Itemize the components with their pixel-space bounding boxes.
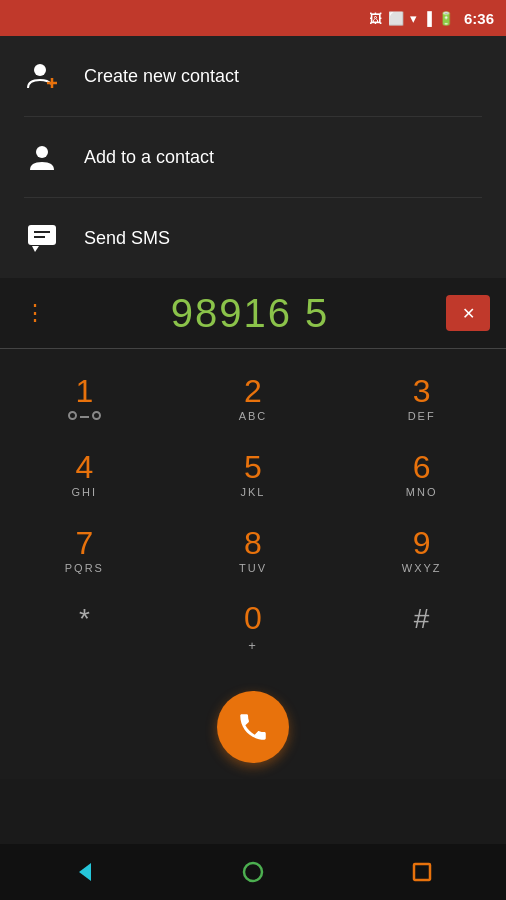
call-row (0, 677, 506, 779)
svg-rect-10 (414, 864, 430, 880)
dialer-row: ⋮ 98916 5 (0, 278, 506, 348)
key-3[interactable]: 3 DEF (362, 363, 482, 435)
dialpad-row-2: 4 GHI 5 JKL 6 MNO (0, 439, 506, 511)
key-6-num: 6 (413, 450, 431, 485)
key-hash-num: # (414, 604, 430, 635)
key-2-num: 2 (244, 374, 262, 409)
contact-icon (24, 139, 60, 175)
backspace-button[interactable] (446, 295, 490, 331)
key-1-letters (68, 410, 101, 424)
key-hash[interactable]: # (362, 591, 482, 663)
key-1-num: 1 (75, 374, 93, 409)
back-icon (73, 861, 95, 883)
photo-icon: 🖼 (369, 11, 382, 26)
send-sms-item[interactable]: Send SMS (0, 198, 506, 278)
menu-section: Create new contact Add to a contact Send… (0, 36, 506, 278)
clipboard-icon: ⬜ (388, 11, 404, 26)
key-3-num: 3 (413, 374, 431, 409)
send-sms-label: Send SMS (84, 228, 170, 249)
key-2-letters: ABC (239, 410, 268, 424)
key-4[interactable]: 4 GHI (24, 439, 144, 511)
key-9-num: 9 (413, 526, 431, 561)
create-contact-label: Create new contact (84, 66, 239, 87)
key-9[interactable]: 9 WXYZ (362, 515, 482, 587)
call-button[interactable] (217, 691, 289, 763)
key-4-letters: GHI (72, 486, 98, 500)
sms-icon (24, 220, 60, 256)
key-8-letters: TUV (239, 562, 267, 576)
svg-rect-4 (28, 225, 56, 245)
battery-icon: 🔋 (438, 11, 454, 26)
svg-point-3 (36, 146, 48, 158)
key-star-num: * (79, 604, 90, 635)
key-3-letters: DEF (408, 410, 436, 424)
dialpad-row-4: * 0 + # (0, 591, 506, 663)
add-contact-icon (24, 58, 60, 94)
key-8-num: 8 (244, 526, 262, 561)
recent-button[interactable] (387, 853, 457, 891)
phone-number-display: 98916 5 (54, 291, 446, 336)
svg-point-0 (34, 64, 46, 76)
signal-icon: ▐ (423, 11, 432, 26)
nav-bar (0, 844, 506, 900)
add-to-contact-label: Add to a contact (84, 147, 214, 168)
key-2[interactable]: 2 ABC (193, 363, 313, 435)
key-4-num: 4 (75, 450, 93, 485)
key-star[interactable]: * (24, 591, 144, 663)
key-5[interactable]: 5 JKL (193, 439, 313, 511)
key-5-num: 5 (244, 450, 262, 485)
recent-icon (411, 861, 433, 883)
dialpad: 1 2 ABC 3 DEF 4 GHI 5 JKL (0, 349, 506, 677)
svg-marker-7 (32, 246, 39, 252)
key-7-num: 7 (75, 526, 93, 561)
status-bar: 🖼 ⬜ ▾ ▐ 🔋 6:36 (0, 0, 506, 36)
svg-marker-8 (79, 863, 91, 881)
key-0-letters: + (248, 638, 258, 653)
key-7-letters: PQRS (65, 562, 104, 576)
status-time: 6:36 (464, 10, 494, 27)
dialpad-row-3: 7 PQRS 8 TUV 9 WXYZ (0, 515, 506, 587)
home-icon (242, 861, 264, 883)
add-to-contact-item[interactable]: Add to a contact (0, 117, 506, 197)
home-button[interactable] (218, 853, 288, 891)
key-9-letters: WXYZ (402, 562, 442, 576)
svg-point-9 (244, 863, 262, 881)
key-6[interactable]: 6 MNO (362, 439, 482, 511)
key-0-num: 0 (244, 601, 262, 636)
key-1[interactable]: 1 (24, 363, 144, 435)
key-7[interactable]: 7 PQRS (24, 515, 144, 587)
more-options-icon[interactable]: ⋮ (16, 292, 54, 334)
key-5-letters: JKL (241, 486, 266, 500)
dialpad-row-1: 1 2 ABC 3 DEF (0, 363, 506, 435)
key-0[interactable]: 0 + (193, 591, 313, 663)
create-new-contact-item[interactable]: Create new contact (0, 36, 506, 116)
phone-icon (236, 710, 270, 744)
key-6-letters: MNO (406, 486, 438, 500)
back-button[interactable] (49, 853, 119, 891)
key-8[interactable]: 8 TUV (193, 515, 313, 587)
wifi-icon: ▾ (410, 11, 417, 26)
